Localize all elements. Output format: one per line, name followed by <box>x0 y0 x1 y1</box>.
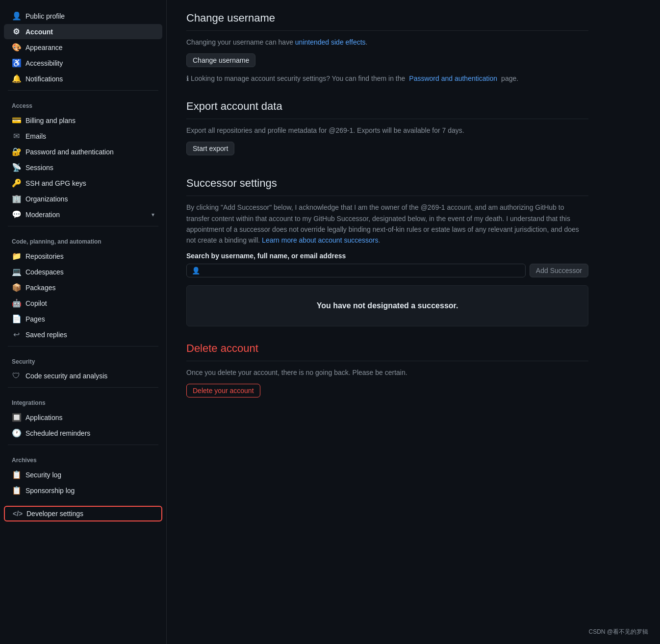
change-username-button[interactable]: Change username <box>186 53 255 67</box>
sessions-icon: 📡 <box>12 163 21 172</box>
delete-account-button[interactable]: Delete your account <box>186 384 260 397</box>
security-settings-info: ℹ Looking to manage account security set… <box>186 73 588 84</box>
sidebar-item-repositories[interactable]: 📁 Repositories <box>4 248 162 264</box>
integrations-group-label: Integrations <box>0 392 166 409</box>
sidebar-item-pages[interactable]: 📄 Pages <box>4 311 162 326</box>
developer-settings-item[interactable]: </> Developer settings <box>4 506 162 521</box>
sidebar-item-notifications[interactable]: 🔔 Notifications <box>4 71 162 86</box>
successor-settings-section: Successor settings By clicking "Add Succ… <box>186 177 588 326</box>
search-successor-label: Search by username, full name, or email … <box>186 252 588 260</box>
moderation-icon: 💬 <box>12 210 21 219</box>
developer-settings-icon: </> <box>13 510 22 518</box>
export-account-title: Export account data <box>186 100 588 119</box>
gear-icon: ⚙ <box>12 27 21 36</box>
repo-icon: 📁 <box>12 251 21 261</box>
change-username-title: Change username <box>186 12 588 31</box>
sidebar-item-appearance[interactable]: 🎨 Appearance <box>4 40 162 55</box>
successor-settings-description: By clicking "Add Successor" below, I ack… <box>186 202 588 246</box>
sidebar-item-moderation[interactable]: 💬 Moderation ▾ <box>4 207 162 222</box>
learn-more-successors-link[interactable]: Learn more about account successors <box>262 236 378 244</box>
chevron-down-icon: ▾ <box>152 211 154 218</box>
delete-account-title: Delete account <box>186 342 588 361</box>
saved-replies-icon: ↩ <box>12 330 21 339</box>
sidebar-item-account[interactable]: ⚙ Account <box>4 24 162 39</box>
archives-group-label: Archives <box>0 449 166 467</box>
sidebar-item-saved-replies[interactable]: ↩ Saved replies <box>4 327 162 342</box>
start-export-button[interactable]: Start export <box>186 142 234 155</box>
change-username-description: Changing your username can have unintend… <box>186 37 588 48</box>
sidebar-item-public-profile[interactable]: 👤 Public profile <box>4 8 162 24</box>
sidebar-item-applications[interactable]: 🔲 Applications <box>4 410 162 425</box>
successor-search-row: 👤 Add Successor <box>186 264 588 277</box>
sidebar-item-password[interactable]: 🔐 Password and authentication <box>4 144 162 159</box>
sidebar-item-copilot[interactable]: 🤖 Copilot <box>4 296 162 311</box>
sidebar-item-billing[interactable]: 💳 Billing and plans <box>4 113 162 128</box>
email-icon: ✉ <box>12 131 21 141</box>
successor-input-wrap: 👤 <box>186 264 526 277</box>
org-icon: 🏢 <box>12 194 21 203</box>
sidebar-divider-1 <box>8 90 158 91</box>
add-successor-button[interactable]: Add Successor <box>530 264 588 277</box>
export-account-section: Export account data Export all repositor… <box>186 100 588 161</box>
codespaces-icon: 💻 <box>12 267 21 276</box>
sidebar-item-organizations[interactable]: 🏢 Organizations <box>4 191 162 206</box>
sidebar-item-scheduled-reminders[interactable]: 🕐 Scheduled reminders <box>4 425 162 441</box>
sidebar-divider-2 <box>8 226 158 226</box>
sidebar-divider-5 <box>8 445 158 445</box>
billing-icon: 💳 <box>12 116 21 125</box>
sidebar-item-packages[interactable]: 📦 Packages <box>4 280 162 295</box>
delete-account-description: Once you delete your account, there is n… <box>186 367 588 378</box>
sponsorship-log-icon: 📋 <box>12 486 21 495</box>
accessibility-icon: ♿ <box>12 58 21 68</box>
sidebar-item-ssh-gpg[interactable]: 🔑 SSH and GPG keys <box>4 175 162 191</box>
access-group-label: Access <box>0 95 166 112</box>
sidebar-item-sessions[interactable]: 📡 Sessions <box>4 160 162 175</box>
copilot-icon: 🤖 <box>12 298 21 308</box>
person-search-icon: 👤 <box>192 267 200 274</box>
sidebar-divider-4 <box>8 387 158 388</box>
export-account-description: Export all repositories and profile meta… <box>186 125 588 136</box>
sidebar-item-emails[interactable]: ✉ Emails <box>4 128 162 144</box>
key-icon: 🔑 <box>12 178 21 188</box>
main-content: Change username Changing your username c… <box>167 0 608 644</box>
password-auth-link[interactable]: Password and authentication <box>409 73 497 84</box>
sidebar-divider-3 <box>8 346 158 347</box>
appearance-icon: 🎨 <box>12 43 21 52</box>
sidebar-item-accessibility[interactable]: ♿ Accessibility <box>4 55 162 71</box>
clock-icon: 🕐 <box>12 428 21 438</box>
no-successor-box: You have not designated a successor. <box>186 285 588 326</box>
unintended-side-effects-link[interactable]: unintended side effects <box>295 38 366 46</box>
lock-icon: 🔐 <box>12 147 21 156</box>
delete-account-section: Delete account Once you delete your acco… <box>186 342 588 403</box>
watermark: CSDN @看不见的罗辑 <box>588 628 648 636</box>
pages-icon: 📄 <box>12 314 21 323</box>
successor-settings-title: Successor settings <box>186 177 588 196</box>
code-group-label: Code, planning, and automation <box>0 230 166 248</box>
sidebar-item-code-security[interactable]: 🛡 Code security and analysis <box>4 369 162 383</box>
shield-icon: 🛡 <box>12 372 21 380</box>
change-username-section: Change username Changing your username c… <box>186 12 588 84</box>
sidebar-item-security-log[interactable]: 📋 Security log <box>4 467 162 482</box>
security-group-label: Security <box>0 350 166 368</box>
applications-icon: 🔲 <box>12 413 21 422</box>
sidebar: 👤 Public profile ⚙ Account 🎨 Appearance … <box>0 0 167 644</box>
sidebar-item-codespaces[interactable]: 💻 Codespaces <box>4 264 162 279</box>
sidebar-item-sponsorship-log[interactable]: 📋 Sponsorship log <box>4 483 162 498</box>
bell-icon: 🔔 <box>12 74 21 83</box>
packages-icon: 📦 <box>12 283 21 292</box>
successor-search-input[interactable] <box>204 267 520 274</box>
user-icon: 👤 <box>12 11 21 21</box>
security-log-icon: 📋 <box>12 470 21 479</box>
